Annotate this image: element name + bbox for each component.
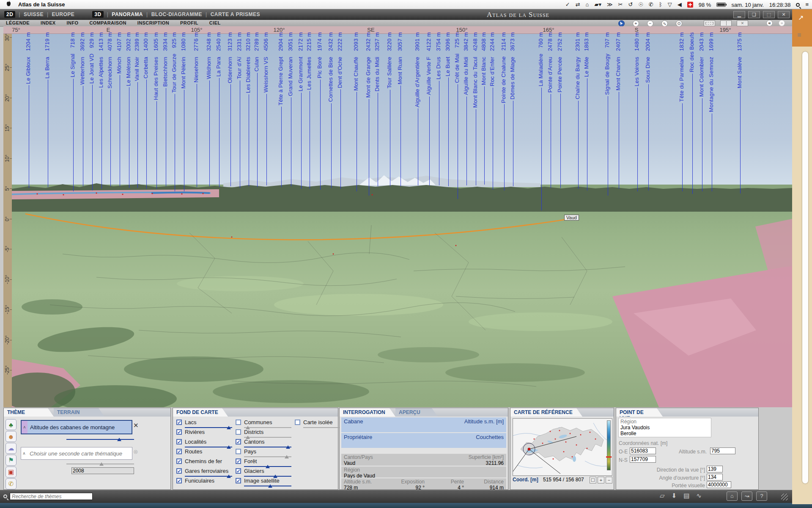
transport-icon[interactable]: ▣ — [5, 467, 16, 478]
layer-checkbox[interactable]: ✓ — [176, 478, 182, 483]
tab-interrogation[interactable]: INTERROGATION — [340, 408, 395, 417]
layer-checkbox[interactable]: ✓ — [176, 449, 182, 454]
menu-item-profil[interactable]: PROFIL — [180, 20, 198, 25]
layer-checkbox[interactable] — [295, 420, 300, 425]
tab-theme[interactable]: THÈME — [4, 408, 54, 417]
open-folder-icon[interactable]: ▱ — [660, 492, 665, 500]
bluetooth-icon[interactable]: ᛒ — [659, 0, 662, 9]
scissors-menu-icon[interactable]: ✂ — [618, 0, 623, 9]
notification-center-icon[interactable]: ≡ — [805, 0, 809, 9]
chevron-up-icon[interactable]: ˄ — [21, 447, 27, 459]
menu-item-inscription[interactable]: INSCRIPTION — [137, 20, 169, 25]
menu-bar-date[interactable]: sam. 10 janv. — [731, 2, 763, 8]
chevron-up-icon[interactable]: ˄ — [22, 421, 27, 433]
menu-item-index[interactable]: INDEX — [41, 20, 56, 25]
tab-3d[interactable]: 3D — [92, 11, 103, 18]
slider-thumb[interactable] — [268, 484, 272, 488]
tab-bloc-diagramme[interactable]: BLOC-DIAGRAMME — [151, 11, 202, 17]
profile-chart-icon[interactable]: ∿ — [696, 492, 702, 500]
volume-icon[interactable]: ◀ — [678, 0, 682, 9]
battery-percentage[interactable]: 98 % — [699, 2, 711, 8]
spotlight-search-icon[interactable] — [796, 3, 800, 7]
tab-apercu[interactable]: APERÇU — [395, 408, 438, 417]
remove-theme-icon[interactable]: ✕ — [133, 422, 139, 429]
envelope-icon[interactable]: ✕ — [737, 20, 748, 26]
menu-item-comparaison[interactable]: COMPARAISON — [90, 20, 126, 25]
range-field[interactable] — [707, 481, 731, 488]
zoom-in-tool[interactable]: + — [633, 20, 639, 27]
theme-search-input[interactable] — [10, 493, 93, 500]
climate-icon[interactable]: ☁ — [5, 443, 16, 454]
layer-opacity-slider[interactable] — [244, 484, 291, 488]
layer-checkbox[interactable]: ✓ — [176, 420, 182, 425]
zoom-out-button[interactable]: − — [606, 477, 612, 483]
oe-field[interactable] — [630, 447, 656, 454]
tab-europe[interactable]: EUROPE — [52, 11, 75, 17]
pointer-tool[interactable] — [618, 20, 625, 27]
layer-checkbox[interactable]: ✓ — [236, 458, 241, 464]
secondary-opacity-slider[interactable] — [66, 462, 134, 466]
population-icon[interactable]: ☻ — [5, 431, 16, 442]
active-app-name[interactable]: Atlas de la Suisse — [18, 1, 65, 8]
checkmark-menu-icon[interactable]: ✓ — [565, 0, 570, 9]
single-pane-icon[interactable] — [704, 20, 715, 26]
forward-button[interactable]: » — [779, 20, 785, 26]
secondary-theme-combobox[interactable]: ˄ Choisir une seconde carte thématique — [21, 447, 132, 460]
wifi-icon[interactable]: ▽ — [668, 0, 672, 9]
help-button[interactable]: ? — [756, 491, 767, 501]
tab-carte-a-prismes[interactable]: CARTE A PRISMES — [211, 11, 260, 17]
visibility-tool[interactable]: ⊙ — [676, 20, 682, 27]
pan-tool[interactable]: ∿ — [661, 20, 668, 27]
layer-checkbox[interactable]: ✓ — [176, 429, 182, 435]
layer-checkbox[interactable] — [236, 449, 241, 454]
phone-menu-icon[interactable]: ✆ — [649, 0, 653, 9]
tab-suisse[interactable]: SUISSE — [24, 11, 44, 17]
time-machine-icon[interactable]: ↺ — [628, 0, 633, 9]
layer-checkbox[interactable] — [236, 429, 241, 435]
aperture-field[interactable] — [707, 474, 723, 480]
close-button[interactable]: ✕ — [778, 11, 790, 18]
battery-icon[interactable] — [716, 3, 726, 7]
menu-item-info[interactable]: INFO — [67, 20, 79, 25]
minimize-button[interactable]: ▁ — [733, 11, 745, 18]
restore-button[interactable]: ⬚ — [763, 11, 775, 18]
layer-checkbox[interactable] — [236, 420, 241, 425]
background-scrollbar[interactable] — [802, 52, 808, 483]
home-sharing-icon[interactable]: ⌂ — [586, 0, 589, 9]
split-pane-icon[interactable] — [720, 20, 732, 26]
menu-bar-time[interactable]: 16:28:38 — [769, 2, 791, 8]
tab-2d[interactable]: 2D — [4, 11, 15, 18]
altitude-field[interactable] — [710, 447, 735, 454]
shapes-menu-icon[interactable]: ▰▾ — [594, 0, 601, 9]
layer-checkbox[interactable]: ✓ — [236, 439, 241, 444]
zoom-in-button[interactable]: + — [598, 477, 604, 483]
primary-theme-combobox[interactable]: ˄ Altitude des cabanes de montagne — [21, 420, 132, 434]
boundaries-icon[interactable]: ⚑ — [5, 455, 16, 466]
tab-terrain[interactable]: TERRAIN — [54, 408, 104, 417]
zoom-out-tool[interactable]: − — [647, 20, 653, 27]
menu-item-ciel[interactable]: CIEL — [209, 20, 221, 25]
remove-theme-icon-disabled[interactable]: ⊗ — [133, 448, 138, 455]
menu-item-lgende[interactable]: LÉGENDE — [6, 20, 30, 25]
save-folder-icon[interactable]: ⬇ — [672, 492, 677, 500]
direction-field[interactable] — [707, 466, 723, 472]
fit-extent-button[interactable]: ☐ — [590, 477, 596, 483]
apple-menu-icon[interactable] — [6, 0, 11, 8]
measure-button[interactable]: ↝ — [741, 491, 752, 501]
layer-checkbox[interactable]: ✓ — [176, 468, 182, 474]
layer-checkbox[interactable]: ✓ — [176, 439, 182, 444]
vegetation-icon[interactable]: ♣ — [5, 419, 16, 430]
input-language-flag-icon[interactable] — [687, 2, 693, 8]
layer-checkbox[interactable]: ✓ — [236, 478, 241, 483]
print-icon[interactable]: ▤ — [683, 492, 689, 500]
theme-opacity-slider[interactable] — [66, 438, 134, 442]
switzerland-overview-map[interactable] — [513, 418, 612, 476]
ns-field[interactable] — [630, 456, 656, 463]
sync-menu-icon[interactable]: ⇄ — [576, 0, 580, 9]
back-button[interactable]: « — [766, 20, 773, 26]
theme-year-field[interactable] — [71, 467, 134, 474]
home-view-button[interactable]: ⌂ — [727, 491, 738, 501]
layer-checkbox[interactable]: ✓ — [176, 458, 182, 464]
accessibility-icon[interactable]: ☉ — [638, 0, 643, 9]
window-resize-grip[interactable] — [781, 494, 788, 500]
